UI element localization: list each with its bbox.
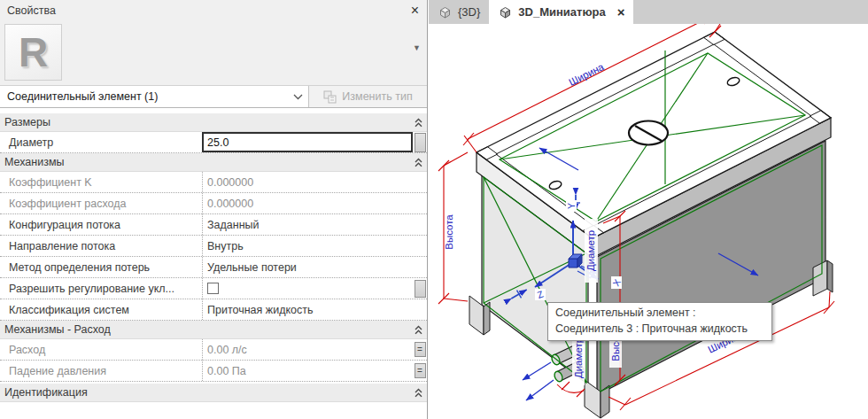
no-flow-symbol bbox=[629, 121, 668, 145]
value-cell: 0.00 Па bbox=[202, 361, 413, 381]
group-header-identification[interactable]: Идентификация bbox=[0, 384, 427, 402]
property-row-loss-method: Метод определения потерь Удельные потери bbox=[0, 257, 427, 278]
revit-window: Свойства × R ▼ Соединительный элемент (1… bbox=[0, 0, 868, 419]
3d-canvas[interactable]: Ширина Высота Высота Ширина Диаметр Диам… bbox=[429, 24, 868, 419]
group-header-mechanisms-flow[interactable]: Механизмы - Расход bbox=[0, 321, 427, 339]
tab-3d-default[interactable]: {3D} bbox=[429, 0, 489, 24]
tab-3d-miniature[interactable]: 3D_Миниатюра × bbox=[489, 0, 633, 24]
collapse-icon[interactable] bbox=[415, 388, 422, 398]
properties-titlebar: Свойства × bbox=[0, 0, 427, 20]
revit-logo-icon: R bbox=[19, 28, 48, 76]
allow-slope-checkbox[interactable] bbox=[207, 283, 219, 294]
property-row-flow-direction: Направление потока Внутрь bbox=[0, 236, 427, 257]
property-row-flow-configuration: Конфигурация потока Заданный bbox=[0, 214, 427, 236]
3d-view-icon bbox=[498, 5, 513, 19]
type-preview: R ▼ bbox=[0, 20, 427, 85]
edit-type-button[interactable]: Изменить тип bbox=[309, 86, 427, 107]
dimension-label-diameter-axis: Диаметр bbox=[585, 230, 596, 271]
family-thumbnail: R bbox=[4, 24, 62, 81]
value-cell[interactable]: Приточная жидкость bbox=[202, 299, 413, 320]
3d-model-drawing: Ширина Высота Высота Ширина Диаметр Диам… bbox=[429, 24, 868, 419]
property-row-flow: Расход 0.00 л/с = bbox=[0, 339, 427, 361]
collapse-icon[interactable] bbox=[415, 325, 422, 335]
value-cell bbox=[202, 278, 413, 299]
edit-type-label: Изменить тип bbox=[342, 90, 412, 103]
formula-button[interactable]: = bbox=[415, 363, 426, 378]
row-side-button[interactable] bbox=[415, 280, 426, 298]
property-row-flow-coefficient: Коэффициент расхода 0.000000 bbox=[0, 193, 427, 214]
chevron-down-icon bbox=[293, 94, 303, 100]
view-area: {3D} 3D_Миниатюра × bbox=[429, 0, 868, 419]
edit-type-icon bbox=[323, 90, 337, 104]
view-tab-bar: {3D} 3D_Миниатюра × bbox=[429, 0, 868, 24]
group-header-dimensions[interactable]: Размеры bbox=[0, 113, 427, 132]
tab-label: {3D} bbox=[458, 5, 480, 19]
tab-label: 3D_Миниатюра bbox=[518, 5, 605, 19]
properties-panel: Свойства × R ▼ Соединительный элемент (1… bbox=[0, 0, 428, 419]
property-row-diameter: Диаметр 25.0 bbox=[0, 132, 427, 153]
value-cell: 0.000000 bbox=[202, 172, 413, 192]
type-selector-row: Соединительный элемент (1) Изменить тип bbox=[0, 85, 427, 108]
close-icon[interactable]: × bbox=[408, 4, 422, 17]
property-row-pressure-drop: Падение давления 0.00 Па = bbox=[0, 361, 427, 382]
collapse-icon[interactable] bbox=[415, 118, 422, 128]
type-selector-value: Соединительный элемент (1) bbox=[7, 90, 158, 103]
collapse-icon[interactable] bbox=[415, 158, 422, 167]
value-cell[interactable]: Заданный bbox=[202, 214, 413, 235]
properties-title: Свойства bbox=[7, 4, 56, 17]
group-header-mechanisms[interactable]: Механизмы bbox=[0, 153, 427, 172]
property-row-allow-slope: Разрешить регулирование укл... bbox=[0, 278, 427, 299]
type-preview-dropdown-icon[interactable]: ▼ bbox=[413, 43, 421, 52]
dimension-label-diameter-pipe: Диаметр bbox=[573, 338, 584, 378]
formula-button[interactable]: = bbox=[415, 342, 426, 357]
value-cell: 0.000000 bbox=[202, 193, 413, 213]
property-row-k-coefficient: Коэффициент K 0.000000 bbox=[0, 172, 427, 193]
row-side-button[interactable] bbox=[415, 133, 426, 152]
property-row-system-classification: Классификация систем Приточная жидкость bbox=[0, 299, 427, 321]
diameter-input[interactable]: 25.0 bbox=[202, 132, 413, 152]
tab-close-icon[interactable]: × bbox=[617, 4, 625, 19]
element-tooltip: Соединительный элемент : Соединитель 3 :… bbox=[547, 302, 772, 341]
dimension-label-height-left: Высота bbox=[444, 214, 454, 250]
axis-label-y: Y bbox=[566, 203, 577, 209]
type-selector-combobox[interactable]: Соединительный элемент (1) bbox=[0, 86, 309, 107]
value-cell: 0.00 л/с bbox=[202, 339, 413, 360]
3d-view-icon bbox=[438, 5, 453, 19]
value-cell[interactable]: Внутрь bbox=[202, 236, 413, 256]
value-cell[interactable]: Удельные потери bbox=[202, 257, 413, 277]
dimension-label-width-top: Ширина bbox=[567, 61, 606, 88]
